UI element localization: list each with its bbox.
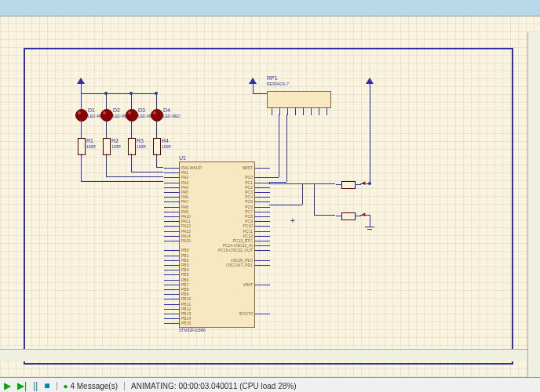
wire	[302, 183, 303, 205]
pin-label: PC15-OSC32_OUT	[218, 248, 253, 252]
pin-label: PA2	[181, 175, 188, 180]
step-button[interactable]: ▶|	[17, 380, 27, 391]
wire	[156, 120, 157, 138]
resistor-r1	[78, 138, 86, 155]
wire	[106, 120, 107, 138]
play-button[interactable]: ▶	[4, 380, 11, 391]
res-val: 100R	[137, 144, 146, 149]
wire	[286, 114, 287, 182]
mcu-ref: U1	[179, 155, 186, 161]
pin-label: PA8	[181, 205, 188, 209]
resistor-r3	[128, 138, 136, 155]
wire	[131, 120, 132, 138]
wire	[156, 93, 157, 109]
pin-label: PB12	[181, 307, 191, 311]
mcu-part: STM32F103R6	[179, 328, 206, 332]
pin-label: PA13	[181, 229, 191, 234]
pin-label: PB3	[181, 263, 188, 267]
wire	[81, 120, 82, 138]
ruler-vertical	[527, 32, 540, 377]
pin-label: PA4	[181, 185, 188, 190]
pin-label: PA5	[181, 190, 188, 194]
pin-label: PA10	[181, 214, 191, 219]
wire	[253, 84, 254, 93]
resistor-r2	[103, 138, 111, 155]
resistor-r4	[153, 138, 161, 155]
pin-label: PB5	[181, 272, 188, 277]
messages-count[interactable]: 4 Message(s)	[70, 382, 118, 390]
resistor-pack[interactable]	[267, 91, 331, 108]
pin-label: PB15	[181, 321, 191, 325]
wire	[370, 84, 370, 183]
pin-label: PC10	[243, 223, 253, 228]
pin-label: PC14-OSC32_IN	[223, 243, 253, 248]
power-vcc-icon	[77, 78, 85, 84]
pin-label: PC1	[245, 180, 253, 185]
pin-label: PB2	[181, 258, 188, 263]
pin-label: PA0-WKUP	[181, 165, 202, 170]
ground-icon	[365, 227, 374, 230]
wire	[106, 176, 163, 177]
pin-label: PC6	[245, 205, 253, 209]
pin-label: PC13_RTC	[233, 238, 253, 243]
pin-label: PB14	[181, 316, 191, 321]
wire	[269, 177, 279, 178]
wire	[370, 215, 370, 227]
led-ref: D4	[163, 107, 170, 113]
pin-label: PC2	[245, 185, 253, 190]
led-d1	[75, 109, 88, 122]
pin-label: PA3	[181, 180, 188, 185]
pin-label: VBAT	[243, 282, 253, 287]
junction-dot	[130, 92, 133, 95]
res-ref: R4	[162, 138, 169, 143]
wire	[314, 215, 335, 216]
res-val: 100R	[86, 144, 96, 149]
pin-label: PA9	[181, 209, 188, 214]
wire	[156, 154, 157, 167]
stop-button[interactable]: ■	[44, 380, 49, 391]
status-bar: ▶ ▶| || ■ ● 4 Message(s) ANIMATING: 00:0…	[0, 377, 540, 392]
led-ref: D3	[138, 107, 145, 113]
pin-label: PA15	[181, 238, 191, 243]
pin-label: PB0	[181, 248, 188, 252]
pin-label: PB10	[181, 296, 191, 301]
pin-label: PA1	[181, 170, 188, 175]
pin-label: PA7	[181, 199, 188, 204]
tab-bar	[0, 0, 540, 16]
pin-label: PC7	[245, 209, 253, 214]
pin-label: PB13	[181, 311, 191, 316]
wire	[131, 154, 132, 172]
pin-label: BOOT0	[239, 311, 253, 316]
power-vcc-icon	[249, 78, 257, 84]
wire	[131, 93, 132, 109]
wire	[269, 182, 286, 183]
pin-label: NRST	[242, 165, 253, 170]
led-part: LED-RED	[163, 114, 181, 118]
push-button[interactable]: ◄	[341, 181, 354, 187]
led-ref: D2	[113, 107, 120, 113]
pin-label: PB9	[181, 292, 188, 296]
led-d2	[100, 109, 113, 122]
mcu-chip[interactable]: PA0-WKUPPA1PA2PA3PA4PA5PA6PA7PA8PA9PA10P…	[179, 162, 255, 328]
pause-button[interactable]: ||	[33, 380, 38, 391]
led-d3	[126, 109, 138, 122]
led-ref: D1	[88, 107, 95, 113]
wire	[253, 93, 267, 94]
wire	[131, 172, 163, 172]
wire	[360, 215, 370, 216]
pin-label: PB6	[181, 278, 188, 282]
pin-label: OSCOUT_PD1	[226, 263, 253, 267]
pin-label: PC3	[245, 190, 253, 194]
junction-dot	[368, 182, 371, 185]
animation-status: ANIMATING: 00:00:03.040011 (CPU load 28%…	[124, 382, 296, 390]
led-d4	[151, 109, 163, 122]
wire	[106, 154, 107, 176]
wire	[81, 181, 163, 182]
res-val: 100R	[162, 144, 171, 149]
pin-label: PC0	[245, 175, 253, 180]
pin-label: PA6	[181, 194, 188, 199]
schematic-canvas[interactable]: D1 LED-RED D2 LED-RED D3 LED-RED D4 LED-…	[0, 16, 540, 377]
pin-label: PC12	[243, 234, 253, 238]
junction-dot	[104, 92, 108, 95]
push-button[interactable]: ◄	[341, 212, 354, 219]
